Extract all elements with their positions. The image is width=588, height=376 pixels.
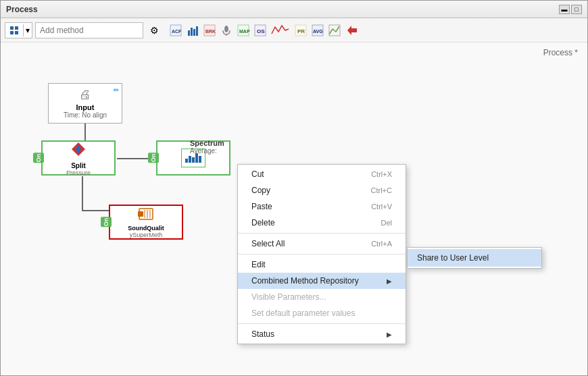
menu-item-paste-shortcut: Ctrl+V	[371, 203, 392, 211]
svg-point-12	[224, 26, 228, 32]
pr-icon-btn[interactable]: PR	[293, 22, 309, 38]
svg-rect-8	[193, 29, 195, 36]
menu-item-cut-shortcut: Ctrl+X	[371, 170, 392, 178]
input-node[interactable]: 🖨 Input Time: No align ✏	[48, 83, 122, 124]
svg-text:ACF: ACF	[172, 29, 182, 34]
avg-bar-1	[185, 159, 188, 163]
canvas-label: Process *	[543, 48, 578, 57]
os-icon-btn[interactable]: OS	[252, 22, 268, 38]
submenu-item-share[interactable]: Share to User Level	[408, 249, 541, 267]
avg-icon: AVG	[311, 24, 324, 37]
input-node-icon: 🖨	[79, 88, 91, 102]
spectrum-label: Spectrum Average:	[190, 139, 224, 155]
menu-item-delete[interactable]: Delete Del	[238, 215, 406, 231]
add-method-input[interactable]	[35, 22, 143, 38]
restore-button[interactable]: ▬	[559, 5, 570, 14]
brk-icon-btn[interactable]: BRK	[201, 22, 218, 38]
terrain-icon	[328, 24, 341, 37]
split-icon	[69, 140, 88, 159]
svg-rect-3	[15, 31, 18, 34]
split-node-sub: Pressure	[66, 169, 91, 176]
menu-item-visible-params-label: Visible Parameters...	[251, 292, 326, 302]
split-node-title: Split	[71, 162, 86, 169]
svg-rect-26	[138, 211, 143, 217]
svg-text:AVG: AVG	[313, 29, 323, 34]
menu-item-select-all-label: Select All	[251, 239, 285, 248]
settings-icon-btn[interactable]: ⚙	[146, 22, 162, 38]
menu-item-edit-label: Edit	[251, 260, 266, 269]
add-method-split-button[interactable]: ▾	[5, 22, 32, 38]
menu-item-combined-method[interactable]: Combined Method Repository ▶	[238, 273, 406, 289]
status-submenu-arrow-icon: ▶	[387, 331, 392, 338]
add-method-dropdown-arrow[interactable]: ▾	[23, 24, 32, 36]
avg-bar-5	[199, 156, 201, 163]
menu-item-copy-shortcut: Ctrl+C	[371, 186, 392, 194]
peak-icon	[270, 24, 291, 37]
menu-item-visible-params: Visible Parameters...	[238, 289, 406, 305]
menu-item-copy-label: Copy	[251, 186, 270, 195]
canvas-area[interactable]: Process * 🖨 Input Time: No align ✏ On Sp…	[1, 43, 587, 375]
split-node[interactable]: On Split Pressure	[41, 140, 116, 176]
avg-bar-4	[195, 153, 198, 163]
spectrum-label-title: Spectrum	[190, 139, 224, 147]
avg-bar-3	[192, 157, 195, 163]
sound-node[interactable]: On SoundQualit ySuperMeth	[109, 205, 183, 240]
menu-item-cut[interactable]: Cut Ctrl+X	[238, 166, 406, 182]
avg-bars	[185, 153, 201, 163]
menu-item-delete-label: Delete	[251, 218, 275, 227]
menu-item-paste[interactable]: Paste Ctrl+V	[238, 198, 406, 215]
menu-sep-1	[238, 233, 406, 234]
svg-rect-9	[196, 26, 198, 36]
svg-rect-0	[10, 26, 14, 30]
sound-node-icon	[137, 206, 155, 225]
fft-icon	[186, 24, 199, 37]
delete-icon	[345, 24, 358, 37]
sound-icon	[137, 206, 155, 222]
svg-text:MAP: MAP	[239, 29, 250, 34]
svg-rect-2	[10, 31, 14, 34]
add-method-main-btn[interactable]	[5, 24, 23, 36]
context-menu: Cut Ctrl+X Copy Ctrl+C Paste Ctrl+V Dele…	[237, 164, 406, 344]
menu-item-set-default: Set default parameter values	[238, 305, 406, 321]
mic-icon-btn[interactable]	[218, 22, 235, 38]
menu-sep-2	[238, 254, 406, 254]
toolbar-icons-group: ACF BRK	[168, 22, 360, 38]
svg-marker-23	[347, 26, 357, 35]
menu-item-cut-label: Cut	[251, 169, 264, 179]
delete-icon-btn[interactable]	[343, 22, 360, 38]
menu-item-paste-label: Paste	[251, 202, 272, 211]
menu-item-status[interactable]: Status ▶	[238, 326, 406, 342]
split-on-badge: On	[33, 153, 44, 163]
terrain-icon-btn[interactable]	[326, 22, 343, 38]
input-node-sub: Time: No align	[64, 111, 107, 119]
menu-item-edit[interactable]: Edit	[238, 257, 406, 273]
menu-item-set-default-label: Set default parameter values	[251, 308, 355, 318]
avg-bar-2	[189, 156, 191, 163]
menu-item-delete-shortcut: Del	[381, 219, 392, 227]
fft-icon-btn[interactable]	[185, 22, 201, 38]
brk-icon: BRK	[203, 24, 216, 37]
arrow-split-to-sound-vert	[82, 176, 83, 210]
mic-icon	[220, 24, 233, 37]
svg-text:PR: PR	[297, 28, 305, 34]
maximize-button[interactable]: □	[571, 5, 582, 14]
menu-item-combined-label: Combined Method Repository	[251, 276, 359, 286]
acf-icon-btn[interactable]: ACF	[168, 22, 184, 38]
svg-rect-7	[191, 28, 193, 36]
spectrum-on-badge: On	[148, 153, 159, 163]
svg-text:OS: OS	[257, 28, 265, 34]
svg-text:BRK: BRK	[205, 29, 216, 34]
split-node-icon	[69, 140, 88, 162]
main-window: Process ▬ □ ▾ ⚙	[0, 0, 588, 376]
menu-item-select-all[interactable]: Select All Ctrl+A	[238, 236, 406, 252]
menu-item-status-label: Status	[251, 329, 274, 339]
edit-icon[interactable]: ✏	[114, 86, 119, 94]
map-icon-btn[interactable]: MAP	[235, 22, 251, 38]
svg-rect-1	[15, 26, 18, 30]
map-icon: MAP	[237, 24, 250, 37]
peak-icon-btn[interactable]	[269, 22, 292, 38]
avg-icon-btn[interactable]: AVG	[310, 22, 326, 38]
pr-icon: PR	[294, 24, 308, 37]
menu-item-copy[interactable]: Copy Ctrl+C	[238, 182, 406, 198]
os-icon: OS	[253, 24, 267, 37]
